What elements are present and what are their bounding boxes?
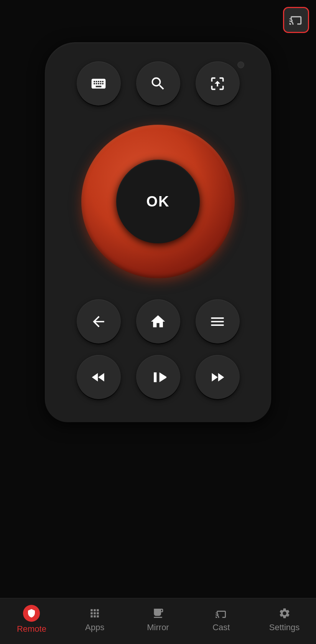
dpad-container: OK [81, 125, 235, 278]
back-button[interactable] [77, 299, 121, 343]
mid-row [77, 299, 240, 343]
cast-button-top[interactable] [283, 7, 309, 33]
apps-count: 88 Apps [62, 588, 81, 594]
rewind-button[interactable] [77, 355, 121, 399]
keyboard-button[interactable] [77, 61, 121, 106]
apps-icon [88, 606, 102, 620]
fastforward-icon [209, 369, 226, 386]
nav-label-cast: Cast [212, 623, 230, 632]
keyboard-icon [90, 75, 107, 92]
rewind-icon [90, 369, 107, 386]
ok-button[interactable]: OK [116, 160, 200, 243]
menu-icon [209, 313, 226, 330]
search-button[interactable] [136, 61, 180, 106]
settings-icon [278, 606, 291, 620]
nav-label-mirror: Mirror [147, 623, 169, 632]
nav-item-remote[interactable]: Remote [0, 605, 63, 634]
home-button[interactable] [136, 299, 180, 343]
menu-button[interactable] [196, 299, 240, 343]
home-icon [150, 313, 166, 330]
nav-item-settings[interactable]: Settings [253, 606, 316, 632]
nav-label-remote: Remote [17, 624, 46, 634]
screenfit-icon [209, 75, 226, 92]
nav-bar: Remote Apps Mirror Cast [0, 598, 316, 644]
nav-label-settings: Settings [269, 623, 300, 632]
nav-item-apps[interactable]: Apps [63, 606, 127, 632]
nav-item-cast[interactable]: Cast [189, 606, 253, 632]
cast-icon [289, 12, 303, 28]
mirror-icon [151, 606, 165, 620]
shield-icon [23, 605, 40, 622]
ok-label: OK [146, 193, 170, 210]
play-pause-button[interactable] [136, 355, 180, 399]
bottom-row [77, 355, 240, 399]
sensor-dot [237, 61, 244, 68]
back-icon [90, 313, 107, 330]
nav-label-apps: Apps [85, 623, 104, 632]
nav-item-mirror[interactable]: Mirror [127, 606, 190, 632]
fast-forward-button[interactable] [196, 355, 240, 399]
playpause-icon [150, 369, 166, 386]
screenfit-button[interactable] [196, 61, 240, 106]
remote-body: OK [45, 42, 271, 422]
top-row [77, 61, 240, 106]
cast-nav-icon [214, 606, 228, 620]
search-icon [150, 75, 166, 92]
